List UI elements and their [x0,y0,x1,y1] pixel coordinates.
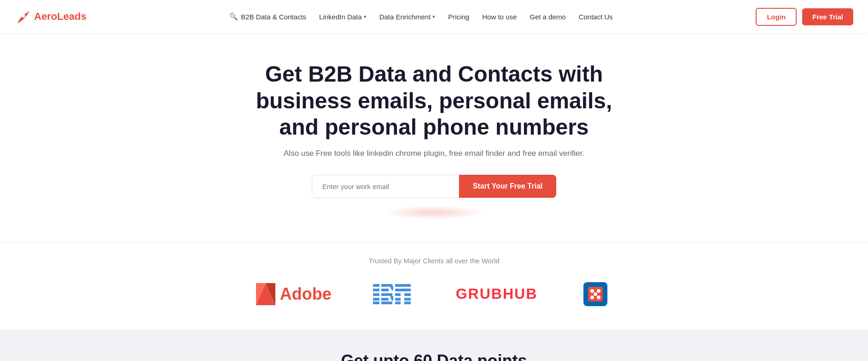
nav-item-how-to-use[interactable]: How to use [482,13,517,21]
rocket-icon [15,8,31,25]
svg-rect-6 [373,293,379,296]
free-trial-button[interactable]: Free Trial [802,8,853,25]
nav-item-enrichment[interactable]: Data Enrichment ▾ [379,13,436,21]
brand-name: AeroLeads [34,11,87,23]
svg-rect-8 [373,302,379,304]
hero-section: Get B2B Data and Contacts with business … [0,33,868,243]
email-input[interactable] [312,175,459,198]
svg-rect-30 [404,298,411,301]
svg-rect-28 [404,289,411,291]
svg-point-36 [597,289,600,293]
chevron-down-icon: ▾ [432,14,435,20]
svg-point-39 [594,292,597,296]
nav-item-get-demo[interactable]: Get a demo [530,13,565,21]
svg-rect-20 [389,302,392,304]
adobe-logo: Adobe [256,283,332,305]
hero-title: Get B2B Data and Contacts with business … [236,61,632,141]
adobe-text: Adobe [280,284,332,304]
trusted-label: Trusted By Major Clients all over the Wo… [15,257,853,265]
dominos-svg [579,278,612,311]
grubhub-text: GRUBHUB [456,285,538,302]
bottom-title: Get upto 60 Data points [15,351,853,361]
svg-rect-4 [373,284,379,287]
svg-rect-26 [401,284,404,287]
ibm-svg [373,284,414,304]
svg-point-35 [590,289,594,293]
dominos-logo [579,278,612,311]
navbar-actions: Login Free Trial [756,8,853,26]
nav-menu: 🔍 B2B Data & Contacts LinkedIn Data ▾ Da… [229,12,613,21]
svg-rect-27 [404,284,411,287]
hero-cta-area: Start Your Free Trial [15,175,853,198]
hero-subtitle: Also use Free tools like linkedin chrome… [15,149,853,158]
svg-rect-25 [395,302,401,304]
trusted-section: Trusted By Major Clients all over the Wo… [0,243,868,329]
nav-item-b2b[interactable]: 🔍 B2B Data & Contacts [229,12,306,21]
svg-point-0 [22,15,25,18]
glow-effect [384,206,485,219]
svg-rect-21 [395,284,401,287]
svg-rect-9 [381,284,389,287]
search-icon: 🔍 [229,12,238,21]
svg-rect-18 [390,296,393,299]
svg-rect-17 [389,293,392,296]
navbar: AeroLeads 🔍 B2B Data & Contacts LinkedIn… [0,0,868,33]
svg-rect-29 [404,293,411,296]
svg-rect-16 [391,289,393,290]
svg-rect-7 [373,298,379,301]
bottom-section: Get upto 60 Data points [0,329,868,361]
ibm-logo [373,284,414,304]
adobe-icon [256,283,275,305]
nav-item-pricing[interactable]: Pricing [448,13,469,21]
svg-rect-24 [395,298,401,301]
start-trial-button[interactable]: Start Your Free Trial [459,175,556,198]
svg-rect-10 [381,289,389,291]
nav-item-linkedin[interactable]: LinkedIn Data ▾ [319,13,367,21]
svg-rect-11 [381,293,389,296]
svg-rect-19 [391,299,393,301]
svg-rect-32 [401,289,404,291]
svg-rect-13 [381,302,389,304]
svg-point-38 [597,296,600,299]
grubhub-logo: GRUBHUB [456,285,538,302]
nav-item-contact[interactable]: Contact Us [579,13,613,21]
svg-rect-22 [395,289,401,291]
svg-point-37 [590,296,594,299]
chevron-down-icon: ▾ [364,14,367,20]
login-button[interactable]: Login [756,8,797,26]
svg-rect-31 [404,302,411,304]
client-logos: Adobe [15,278,853,311]
svg-rect-15 [390,286,393,289]
logo-area[interactable]: AeroLeads [15,8,87,25]
svg-rect-23 [395,293,401,296]
svg-rect-12 [381,298,389,301]
svg-rect-5 [373,289,379,291]
